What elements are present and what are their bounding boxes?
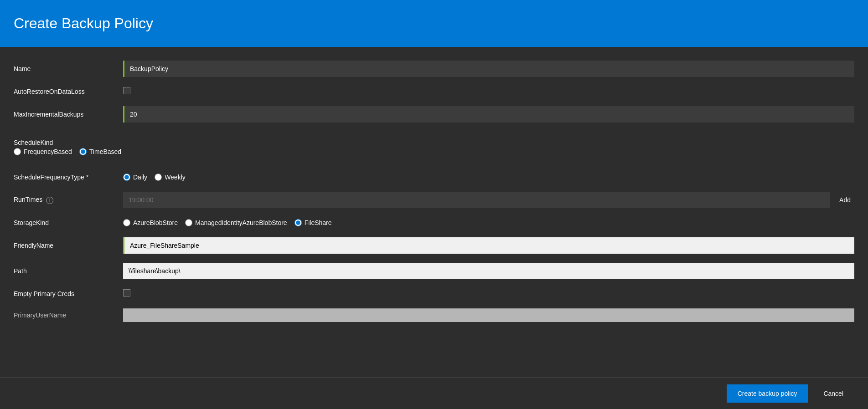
storage-kind-control: AzureBlobStore ManagedIdentityAzureBlobS… <box>123 219 854 226</box>
storage-azure-option[interactable]: AzureBlobStore <box>123 219 178 226</box>
friendly-name-control <box>123 237 854 254</box>
auto-restore-control <box>123 87 854 96</box>
storage-managed-option[interactable]: ManagedIdentityAzureBlobStore <box>185 219 287 226</box>
max-incremental-control <box>123 106 854 123</box>
max-incremental-input[interactable] <box>123 106 854 123</box>
max-incremental-row: MaxIncrementalBackups <box>14 102 854 127</box>
friendly-name-row: FriendlyName <box>14 233 854 258</box>
schedule-freq-daily-label: Daily <box>133 174 147 181</box>
storage-managed-radio[interactable] <box>185 219 192 226</box>
name-input[interactable] <box>123 61 854 77</box>
storage-fileshare-option[interactable]: FileShare <box>294 219 332 226</box>
schedule-kind-frequency-option[interactable]: FrequencyBased <box>14 148 72 155</box>
auto-restore-label: AutoRestoreOnDataLoss <box>14 88 123 95</box>
schedule-kind-time-label: TimeBased <box>89 148 121 155</box>
schedule-freq-weekly-option[interactable]: Weekly <box>155 174 186 181</box>
runtimes-control: Add <box>123 192 854 208</box>
runtimes-input-row: Add <box>123 192 854 208</box>
schedule-freq-daily-radio[interactable] <box>123 174 130 181</box>
friendly-name-label: FriendlyName <box>14 242 123 249</box>
path-label: Path <box>14 267 123 275</box>
max-incremental-label: MaxIncrementalBackups <box>14 111 123 118</box>
create-backup-policy-button[interactable]: Create backup policy <box>727 384 808 403</box>
schedule-frequency-radio-group: Daily Weekly <box>123 174 854 181</box>
schedule-freq-weekly-label: Weekly <box>165 174 186 181</box>
form-container: Name AutoRestoreOnDataLoss MaxIncrementa… <box>0 47 868 377</box>
storage-kind-radio-group: AzureBlobStore ManagedIdentityAzureBlobS… <box>123 219 854 226</box>
storage-managed-label: ManagedIdentityAzureBlobStore <box>195 219 287 226</box>
name-label: Name <box>14 65 123 72</box>
empty-primary-creds-row: Empty Primary Creds <box>14 284 854 304</box>
page-title: Create Backup Policy <box>14 15 153 32</box>
path-control <box>123 263 854 279</box>
schedule-freq-weekly-radio[interactable] <box>155 174 162 181</box>
cancel-button[interactable]: Cancel <box>812 384 854 403</box>
runtimes-row: RunTimes i Add <box>14 187 854 213</box>
footer: Create backup policy Cancel <box>0 377 868 409</box>
schedule-frequency-label: ScheduleFrequencyType * <box>14 174 123 181</box>
auto-restore-row: AutoRestoreOnDataLoss <box>14 82 854 102</box>
schedule-kind-frequency-label: FrequencyBased <box>24 148 72 155</box>
path-input[interactable] <box>123 263 854 279</box>
storage-fileshare-radio[interactable] <box>294 219 302 226</box>
storage-fileshare-label: FileShare <box>305 219 332 226</box>
storage-kind-label: StorageKind <box>14 219 123 226</box>
primary-username-label: PrimaryUserName <box>14 312 123 319</box>
name-row: Name <box>14 56 854 82</box>
runtimes-add-button[interactable]: Add <box>836 194 854 205</box>
schedule-freq-daily-option[interactable]: Daily <box>123 174 147 181</box>
runtimes-input[interactable] <box>123 192 830 208</box>
primary-username-control <box>123 308 854 322</box>
runtimes-label: RunTimes i <box>14 196 123 204</box>
primary-username-input-partial <box>123 308 854 322</box>
auto-restore-checkbox[interactable] <box>123 87 130 94</box>
schedule-kind-time-radio[interactable] <box>79 148 87 155</box>
schedule-kind-radio-group: FrequencyBased TimeBased <box>14 148 121 155</box>
storage-kind-row: StorageKind AzureBlobStore ManagedIdenti… <box>14 213 854 233</box>
schedule-kind-time-option[interactable]: TimeBased <box>79 148 121 155</box>
runtimes-info-icon[interactable]: i <box>46 197 53 204</box>
storage-azure-label: AzureBlobStore <box>133 219 178 226</box>
schedule-kind-frequency-radio[interactable] <box>14 148 21 155</box>
path-row: Path <box>14 258 854 284</box>
storage-azure-radio[interactable] <box>123 219 130 226</box>
empty-primary-creds-checkbox[interactable] <box>123 289 130 297</box>
page-header: Create Backup Policy <box>0 0 868 47</box>
empty-primary-creds-label: Empty Primary Creds <box>14 290 123 297</box>
friendly-name-input[interactable] <box>123 237 854 254</box>
schedule-frequency-row: ScheduleFrequencyType * Daily Weekly <box>14 167 854 187</box>
schedule-kind-section: ScheduleKind FrequencyBased TimeBased <box>14 134 854 160</box>
schedule-kind-label: ScheduleKind <box>14 139 123 148</box>
primary-username-row: PrimaryUserName <box>14 304 854 327</box>
name-control <box>123 61 854 77</box>
schedule-frequency-control: Daily Weekly <box>123 174 854 181</box>
empty-primary-creds-control <box>123 289 854 298</box>
